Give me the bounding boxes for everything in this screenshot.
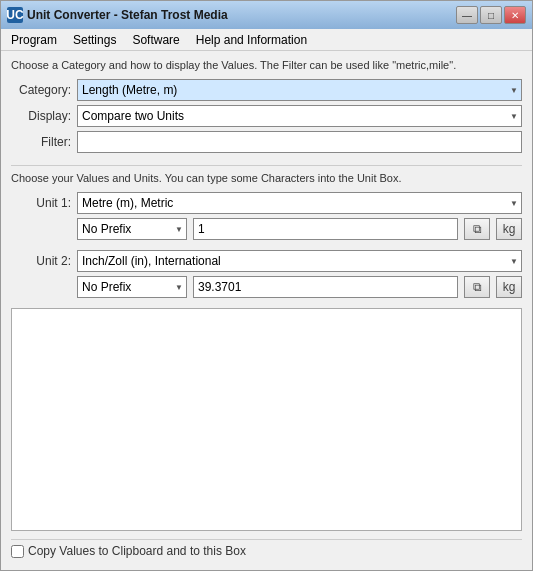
copy-checkbox[interactable] [11,545,24,558]
menu-item-settings[interactable]: Settings [65,31,124,49]
display-row: Display: Compare two Units [11,105,522,127]
filter-label: Filter: [11,135,71,149]
menu-item-program[interactable]: Program [3,31,65,49]
unit1-copy-button[interactable]: ⧉ [464,218,490,240]
filter-control [77,131,522,153]
result-box [11,308,522,531]
unit2-copy-button[interactable]: ⧉ [464,276,490,298]
menu-item-help[interactable]: Help and Information [188,31,315,49]
category-control: Length (Metre, m) [77,79,522,101]
filter-input[interactable] [77,131,522,153]
unit1-prefix-wrapper: No Prefix [77,218,187,240]
menu-bar: Program Settings Software Help and Infor… [1,29,532,51]
title-bar-left: UC Unit Converter - Stefan Trost Media [7,7,228,23]
copy1-icon: ⧉ [473,222,482,236]
window-title: Unit Converter - Stefan Trost Media [27,8,228,22]
category-select-wrapper: Length (Metre, m) [77,79,522,101]
display-label: Display: [11,109,71,123]
category-label: Category: [11,83,71,97]
title-bar: UC Unit Converter - Stefan Trost Media —… [1,1,532,29]
category-select[interactable]: Length (Metre, m) [77,79,522,101]
unit2-sub-row: No Prefix ⧉ kg [77,276,522,298]
unit1-kg-button[interactable]: kg [496,218,522,240]
divider-1 [11,165,522,166]
display-select[interactable]: Compare two Units [77,105,522,127]
unit1-control: Metre (m), Metric [77,192,522,214]
unit2-prefix-wrapper: No Prefix [77,276,187,298]
kg2-icon: kg [503,280,516,294]
unit2-prefix-select[interactable]: No Prefix [77,276,187,298]
kg1-icon: kg [503,222,516,236]
bottom-bar: Copy Values to Clipboard and to this Box [11,539,522,562]
unit2-control: Inch/Zoll (in), International [77,250,522,272]
unit2-kg-button[interactable]: kg [496,276,522,298]
maximize-button[interactable]: □ [480,6,502,24]
close-button[interactable]: ✕ [504,6,526,24]
unit2-row: Unit 2: Inch/Zoll (in), International [11,250,522,272]
unit1-prefix-select[interactable]: No Prefix [77,218,187,240]
unit1-select[interactable]: Metre (m), Metric [77,192,522,214]
instruction-text-1: Choose a Category and how to display the… [11,59,522,71]
copy-checkbox-wrapper: Copy Values to Clipboard and to this Box [11,544,246,558]
unit2-section: Unit 2: Inch/Zoll (in), International No… [11,250,522,298]
unit2-label: Unit 2: [11,254,71,268]
display-select-wrapper: Compare two Units [77,105,522,127]
unit1-sub-row: No Prefix ⧉ kg [77,218,522,240]
unit1-select-wrapper: Metre (m), Metric [77,192,522,214]
form-section: Category: Length (Metre, m) Display: Com… [11,79,522,153]
content-area: Choose a Category and how to display the… [1,51,532,570]
category-row: Category: Length (Metre, m) [11,79,522,101]
unit2-select-wrapper: Inch/Zoll (in), International [77,250,522,272]
app-icon: UC [7,7,23,23]
display-control: Compare two Units [77,105,522,127]
instruction-text-2: Choose your Values and Units. You can ty… [11,172,522,184]
unit1-row: Unit 1: Metre (m), Metric [11,192,522,214]
unit1-value-input[interactable] [193,218,458,240]
unit1-label: Unit 1: [11,196,71,210]
unit2-select[interactable]: Inch/Zoll (in), International [77,250,522,272]
title-bar-controls: — □ ✕ [456,6,526,24]
unit1-section: Unit 1: Metre (m), Metric No Prefix [11,192,522,240]
copy-checkbox-label: Copy Values to Clipboard and to this Box [28,544,246,558]
minimize-button[interactable]: — [456,6,478,24]
menu-item-software[interactable]: Software [124,31,187,49]
main-window: UC Unit Converter - Stefan Trost Media —… [0,0,533,571]
copy2-icon: ⧉ [473,280,482,294]
filter-row: Filter: [11,131,522,153]
unit2-value-input[interactable] [193,276,458,298]
